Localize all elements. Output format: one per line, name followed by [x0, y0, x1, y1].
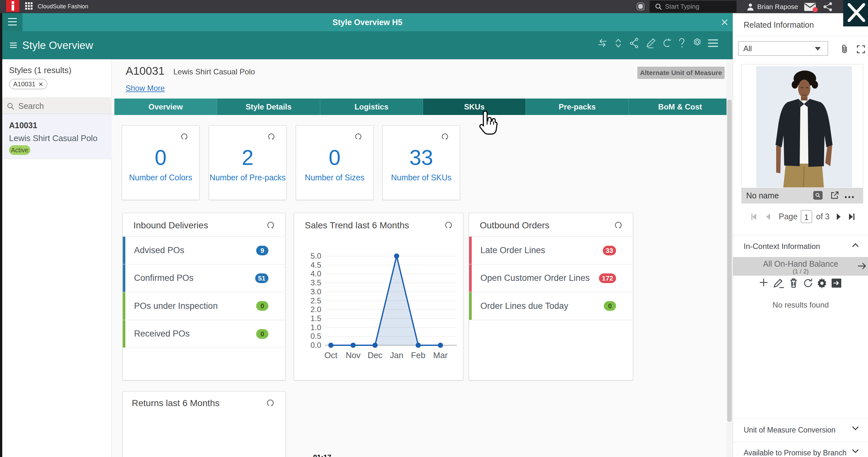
svg-text:5.0: 5.0	[311, 252, 321, 260]
svg-text:Dec: Dec	[368, 350, 382, 360]
svg-text:2.5: 2.5	[311, 296, 321, 305]
svg-text:3.0: 3.0	[311, 287, 321, 296]
svg-text:Oct: Oct	[324, 350, 338, 360]
svg-text:1.0: 1.0	[311, 323, 321, 332]
svg-text:0.5: 0.5	[311, 332, 321, 340]
svg-text:0.0: 0.0	[311, 341, 321, 350]
svg-text:1.5: 1.5	[311, 314, 321, 323]
svg-text:Jan: Jan	[390, 350, 403, 360]
svg-text:4.5: 4.5	[311, 261, 321, 269]
svg-text:Mar: Mar	[433, 350, 448, 360]
svg-text:3.5: 3.5	[311, 278, 321, 287]
svg-text:2.0: 2.0	[311, 305, 321, 314]
svg-text:4.0: 4.0	[311, 269, 321, 278]
svg-text:Feb: Feb	[411, 350, 426, 360]
svg-text:Nov: Nov	[346, 350, 361, 360]
